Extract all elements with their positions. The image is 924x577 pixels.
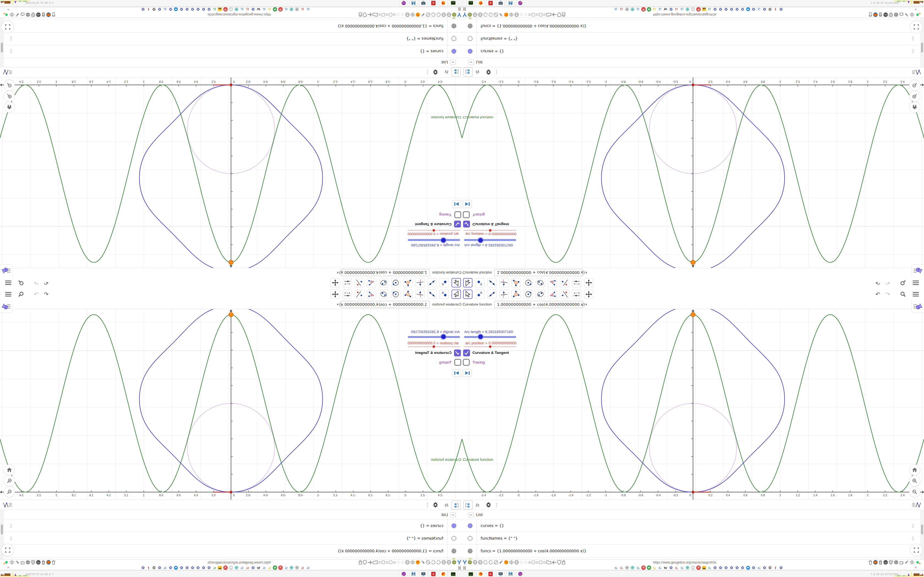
- lock-icon[interactable]: [359, 560, 362, 565]
- favicon-flower[interactable]: ✿: [779, 566, 783, 570]
- favicon-flower[interactable]: ✿: [251, 566, 255, 570]
- settings-button[interactable]: [484, 501, 493, 509]
- favicon-flower[interactable]: ✿: [185, 7, 189, 11]
- favicon-letter[interactable]: G: [240, 566, 244, 570]
- row-menu-kebab-icon[interactable]: ⋮: [9, 36, 13, 41]
- favicon-flower[interactable]: ✿: [713, 566, 717, 570]
- search-button[interactable]: [899, 279, 907, 286]
- undo-button[interactable]: ↶: [42, 279, 50, 286]
- arc-length-slider-knob[interactable]: [441, 334, 446, 339]
- gear-icon[interactable]: [509, 12, 514, 17]
- curvature-function-input[interactable]: 1.000000000000 + cos(4.000000000000 x) ▼: [494, 269, 583, 276]
- favicon-flower[interactable]: ✿: [762, 7, 767, 11]
- y-logo-icon[interactable]: [462, 12, 467, 17]
- redo-button[interactable]: ↷: [32, 291, 40, 298]
- dropdown-caret-icon[interactable]: ▼: [585, 303, 590, 306]
- gear-icon[interactable]: [410, 12, 415, 17]
- favicon-flower[interactable]: ✿: [179, 7, 184, 11]
- favicon-info[interactable]: i: [691, 566, 695, 570]
- fullscreen-button[interactable]: [910, 544, 922, 556]
- algebra-row[interactable]: funcNames = {" "}⋮: [0, 32, 462, 45]
- tool-polygon[interactable]: [403, 290, 412, 299]
- dropdown-caret-icon[interactable]: ▼: [585, 271, 590, 274]
- algebra-scrollbar-thumb[interactable]: [921, 524, 923, 534]
- round-square-icon[interactable]: [381, 561, 385, 564]
- taskbar-firefox-button[interactable]: [439, 571, 447, 577]
- tool-polygon[interactable]: [403, 278, 412, 287]
- favicon-sphere[interactable]: [630, 566, 635, 570]
- firefox-icon[interactable]: [504, 12, 509, 17]
- globe-icon[interactable]: [441, 560, 446, 565]
- zoom-in-button[interactable]: [4, 91, 15, 102]
- collapse-list-button[interactable]: [468, 60, 474, 65]
- favicon-flower[interactable]: ✿: [751, 7, 756, 11]
- favicon-flower[interactable]: ✿: [168, 7, 173, 11]
- favicon-letter[interactable]: G: [636, 7, 640, 11]
- favicon-flower[interactable]: ✿: [190, 7, 195, 11]
- favicon-flower[interactable]: ✿: [718, 566, 723, 570]
- favicon-badge[interactable]: w: [273, 566, 277, 570]
- favicon-flower[interactable]: ✿: [207, 7, 211, 11]
- algebra-row[interactable]: curves = {}⋮: [462, 519, 924, 532]
- favicon-letter[interactable]: G: [674, 7, 679, 11]
- favicon-letter[interactable]: f: [146, 566, 151, 570]
- favicon-badge[interactable]: w: [273, 7, 277, 11]
- favicon-letter[interactable]: G: [262, 7, 266, 11]
- url-text[interactable]: https://www.geogebra.org/classic/aagcxh3…: [616, 13, 753, 16]
- play-button[interactable]: [452, 369, 461, 377]
- taskbar-floppy64-button[interactable]: 64: [409, 571, 418, 577]
- favicon-letter[interactable]: f: [773, 566, 778, 570]
- arc-length-slider[interactable]: [464, 239, 516, 241]
- arc-length-slider-knob[interactable]: [478, 334, 483, 339]
- favicon-letter[interactable]: G: [636, 566, 640, 570]
- globe-slash-icon[interactable]: [494, 12, 498, 17]
- chevron-up-icon[interactable]: ^: [7, 566, 9, 570]
- favicon-letter[interactable]: G: [306, 566, 310, 570]
- gear-icon[interactable]: [410, 560, 415, 565]
- ud-badge-icon[interactable]: UD: [36, 560, 41, 565]
- tool-point[interactable]: A: [439, 278, 449, 287]
- dropdown-caret-icon[interactable]: ▼: [334, 271, 339, 274]
- undo-button[interactable]: ↶: [42, 291, 50, 298]
- round-square-icon[interactable]: [389, 561, 393, 564]
- favicon-chat[interactable]: [746, 566, 750, 570]
- favicon-photo[interactable]: [702, 7, 706, 11]
- graphics-panel-button[interactable]: [911, 501, 923, 509]
- row-menu-kebab-icon[interactable]: ⋮: [911, 536, 915, 541]
- row-menu-kebab-icon[interactable]: ⋮: [9, 536, 13, 541]
- taskbar-monitor-button[interactable]: [419, 571, 428, 577]
- favicon-flower[interactable]: ✿: [196, 7, 200, 11]
- favicon-gearflower[interactable]: ⚙: [768, 566, 772, 570]
- row-menu-kebab-icon[interactable]: ⋮: [9, 523, 13, 529]
- radio-dot-icon[interactable]: [536, 13, 538, 16]
- collapse-list-button[interactable]: [468, 512, 474, 517]
- radio-dot-icon[interactable]: [536, 561, 538, 564]
- tool-circle-center-point[interactable]: [391, 278, 401, 287]
- visibility-toggle-circle[interactable]: [468, 536, 472, 541]
- favicon-sphere[interactable]: [234, 7, 239, 11]
- algebra-row-partial[interactable]: [462, 557, 924, 559]
- algebra-row[interactable]: funcs = {1.000000000000 + cos(4.00000000…: [462, 20, 924, 33]
- favicon-chat[interactable]: [746, 7, 750, 11]
- wrench-icon[interactable]: [499, 560, 503, 565]
- visibility-toggle-circle[interactable]: [452, 49, 456, 54]
- favicon-letter[interactable]: G: [212, 566, 217, 570]
- favicon-gearflower[interactable]: ⚙: [152, 566, 156, 570]
- favicon-letter[interactable]: G: [306, 7, 310, 11]
- tool-move-graphics-view[interactable]: [584, 278, 593, 287]
- favicon-badge[interactable]: Я: [278, 566, 283, 570]
- taskbar-monitor-button[interactable]: [496, 0, 505, 6]
- menu-button[interactable]: [5, 279, 12, 286]
- round-square-icon[interactable]: [539, 561, 543, 564]
- trash-icon[interactable]: [869, 560, 872, 565]
- tool-slider[interactable]: a = 2: [342, 278, 352, 287]
- favicon-letter[interactable]: G: [163, 7, 167, 11]
- hook-circle-icon[interactable]: [488, 12, 493, 17]
- favicon-letter[interactable]: G: [674, 566, 679, 570]
- puzzle-icon[interactable]: [899, 13, 904, 17]
- redo-button[interactable]: ↷: [884, 279, 892, 286]
- ud-badge-icon[interactable]: UD: [883, 12, 888, 17]
- favicon-letter[interactable]: G: [262, 566, 266, 570]
- url-text[interactable]: https://www.geogebra.org/classic/aagcxh3…: [616, 561, 753, 564]
- fx-button[interactable]: fx: [474, 501, 483, 509]
